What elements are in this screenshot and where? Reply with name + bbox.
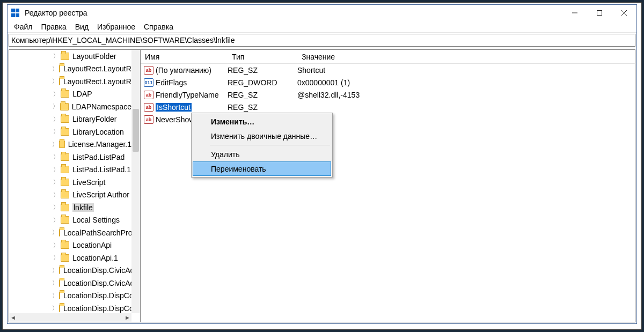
tree-item[interactable]: 〉LocationApi.1	[9, 252, 131, 264]
folder-icon	[59, 229, 60, 237]
tree-item[interactable]: 〉LiveScript	[9, 176, 131, 189]
folder-icon	[61, 115, 69, 123]
tree-item[interactable]: 〉lnkfile	[9, 201, 131, 214]
tree-item-label: LDAPNamespace	[72, 102, 131, 111]
tree-item-label: LDAP	[72, 90, 92, 98]
minimize-button[interactable]	[562, 5, 587, 21]
folder-icon	[59, 141, 65, 148]
value-name: EditFlags	[156, 78, 228, 87]
ctx-delete[interactable]: Удалить	[193, 147, 331, 161]
values-pane: Имя Тип Значение ab(По умолчанию)REG_SZS…	[141, 49, 635, 322]
expand-icon[interactable]: 〉	[52, 304, 58, 312]
column-value[interactable]: Значение	[297, 53, 635, 61]
tree-item-label: LibraryLocation	[72, 128, 124, 136]
value-type: REG_SZ	[228, 103, 297, 112]
tree-item-label: LocationDisp.DispCoordinate	[63, 304, 131, 313]
value-type-icon: ab	[144, 103, 153, 112]
tree-item[interactable]: 〉LibraryLocation	[9, 126, 131, 138]
expand-icon[interactable]: 〉	[52, 228, 58, 237]
tree-item-label: LiveScript	[72, 178, 105, 187]
tree-item[interactable]: 〉LocationDisp.DispCoordinate	[9, 302, 131, 313]
folder-icon	[60, 103, 68, 110]
expand-icon[interactable]: 〉	[52, 102, 59, 110]
folder-icon	[61, 254, 69, 262]
scroll-right-icon[interactable]: ►	[125, 314, 130, 321]
expand-icon[interactable]: 〉	[52, 65, 58, 73]
menu-help[interactable]: Справка	[140, 23, 178, 31]
menu-file[interactable]: Файл	[10, 23, 36, 31]
folder-icon	[59, 267, 60, 274]
tree-item-label: Local Settings	[72, 216, 120, 224]
tree-item[interactable]: 〉Local Settings	[9, 214, 131, 227]
tree-item[interactable]: 〉LocationDisp.DispCoordinate	[9, 290, 131, 303]
tree-item[interactable]: 〉LibraryFolder	[9, 113, 131, 126]
folder-icon	[61, 53, 69, 60]
menu-favorites[interactable]: Избранное	[93, 23, 140, 31]
scroll-left-icon[interactable]: ◄	[10, 314, 16, 321]
folder-icon	[59, 78, 60, 85]
expand-icon[interactable]: 〉	[52, 267, 58, 275]
value-row[interactable]: ab(По умолчанию)REG_SZShortcut	[141, 64, 635, 76]
menu-edit[interactable]: Правка	[36, 23, 70, 31]
maximize-button[interactable]	[587, 5, 612, 21]
expand-icon[interactable]: 〉	[52, 279, 58, 287]
value-row[interactable]: abIsShortcutREG_SZ	[141, 101, 635, 113]
ctx-rename[interactable]: Переименовать	[193, 161, 331, 176]
expand-icon[interactable]: 〉	[52, 90, 60, 98]
tree-item[interactable]: 〉LayoutFolder	[9, 50, 131, 63]
column-name[interactable]: Имя	[141, 53, 228, 61]
expand-icon[interactable]: 〉	[52, 254, 60, 262]
expand-icon[interactable]: 〉	[52, 128, 60, 136]
expand-icon[interactable]: 〉	[52, 115, 60, 123]
tree-item[interactable]: 〉LocationApi	[9, 239, 131, 252]
tree-item[interactable]: 〉LayoutRect.LayoutRect	[9, 75, 131, 88]
value-row[interactable]: 011EditFlagsREG_DWORD0x00000001 (1)	[141, 76, 635, 88]
ctx-modify[interactable]: Изменить…	[193, 114, 331, 129]
value-type-icon: ab	[144, 115, 153, 124]
folder-icon	[61, 216, 69, 224]
column-type[interactable]: Тип	[228, 53, 297, 61]
tree-item[interactable]: 〉License.Manager.1	[9, 138, 131, 151]
expand-icon[interactable]: 〉	[52, 153, 60, 161]
expand-icon[interactable]: 〉	[52, 292, 58, 300]
tree-item[interactable]: 〉LiveScript Author	[9, 189, 131, 202]
tree-vscrollbar[interactable]	[131, 50, 140, 313]
ctx-modify-binary[interactable]: Изменить двоичные данные…	[193, 129, 331, 143]
value-name: IsShortcut	[156, 103, 228, 112]
address-bar[interactable]: Компьютер\HKEY_LOCAL_MACHINE\SOFTWARE\Cl…	[9, 34, 635, 47]
value-data: Shortcut	[297, 66, 635, 75]
value-row[interactable]: abFriendlyTypeNameREG_SZ@shell32.dll,-41…	[141, 88, 635, 101]
title-bar[interactable]: Редактор реестра	[8, 5, 636, 21]
expand-icon[interactable]: 〉	[52, 241, 60, 249]
tree-item[interactable]: 〉ListPad.ListPad.1	[9, 164, 131, 176]
menu-view[interactable]: Вид	[71, 23, 93, 31]
expand-icon[interactable]: 〉	[52, 52, 60, 60]
tree-item-label: LayoutRect.LayoutRect	[63, 64, 131, 73]
expand-icon[interactable]: 〉	[52, 166, 60, 174]
tree-hscrollbar[interactable]: ◄►	[9, 313, 131, 322]
tree-item[interactable]: 〉LDAPNamespace	[9, 100, 131, 113]
expand-icon[interactable]: 〉	[52, 141, 58, 149]
folder-icon	[61, 153, 69, 161]
scrollbar-thumb[interactable]	[133, 109, 139, 152]
svg-rect-1	[597, 11, 602, 16]
expand-icon[interactable]: 〉	[52, 216, 60, 224]
tree-item-label: LocationDisp.CivicAddress	[63, 279, 131, 287]
tree-item[interactable]: 〉LayoutRect.LayoutRect	[9, 63, 131, 76]
tree-item[interactable]: 〉ListPad.ListPad	[9, 151, 131, 164]
window-title: Редактор реестра	[25, 9, 562, 17]
expand-icon[interactable]: 〉	[52, 77, 58, 85]
context-menu: Изменить… Изменить двоичные данные… Удал…	[191, 113, 333, 178]
expand-icon[interactable]: 〉	[52, 178, 60, 186]
tree-item-label: LiveScript Author	[72, 190, 129, 199]
tree-item[interactable]: 〉LocalPathSearchProvider	[9, 226, 131, 239]
tree-item[interactable]: 〉LocationDisp.CivicAddress	[9, 264, 131, 277]
expand-icon[interactable]: 〉	[52, 191, 60, 199]
tree-item[interactable]: 〉LocationDisp.CivicAddress	[9, 277, 131, 290]
tree-item[interactable]: 〉LDAP	[9, 88, 131, 101]
expand-icon[interactable]: 〉	[52, 203, 60, 211]
tree-item-label: lnkfile	[72, 203, 94, 212]
close-button[interactable]	[612, 5, 636, 21]
folder-icon	[61, 179, 69, 186]
tree-item-label: License.Manager.1	[68, 140, 131, 149]
